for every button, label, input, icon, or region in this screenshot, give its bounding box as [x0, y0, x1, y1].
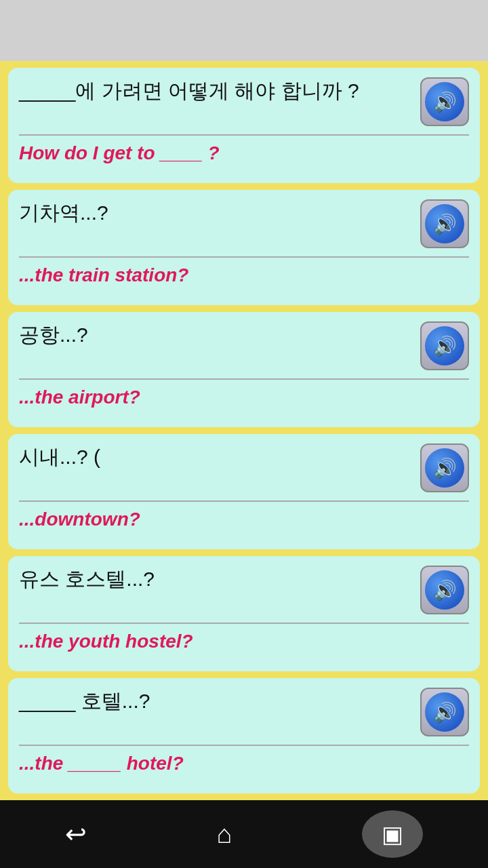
- card-item: 시내...? ( 🔊 ...downtown?: [8, 434, 480, 549]
- speaker-button[interactable]: 🔊: [420, 566, 469, 614]
- card-divider: [19, 134, 469, 136]
- card-divider: [19, 623, 469, 624]
- card-item: 기차역...? 🔊 ...the train station?: [8, 190, 480, 305]
- cards-container: _____에 가려면 어떻게 해야 합니까 ? 🔊 How do I get t…: [0, 61, 488, 800]
- card-top: _____에 가려면 어떻게 해야 합니까 ? 🔊: [19, 77, 469, 126]
- back-icon: ↩: [65, 819, 87, 849]
- toolbar: [0, 0, 488, 61]
- speaker-circle: 🔊: [425, 448, 464, 488]
- speaker-button[interactable]: 🔊: [420, 321, 469, 370]
- card-top: 공항...? 🔊: [19, 321, 469, 370]
- card-korean-text: 유스 호스텔...?: [19, 566, 420, 592]
- card-divider: [19, 500, 469, 502]
- card-item: _____ 호텔...? 🔊 ...the _____ hotel?: [8, 678, 480, 793]
- card-top: 시내...? ( 🔊: [19, 443, 469, 492]
- card-top: 기차역...? 🔊: [19, 199, 469, 248]
- speaker-icon: 🔊: [433, 213, 457, 235]
- card-divider: [19, 378, 469, 380]
- card-korean-text: 시내...? (: [19, 443, 420, 470]
- recent-button[interactable]: ▣: [362, 810, 423, 858]
- speaker-icon: 🔊: [433, 579, 457, 601]
- card-korean-text: 공항...?: [19, 321, 420, 348]
- card-item: _____에 가려면 어떻게 해야 합니까 ? 🔊 How do I get t…: [8, 68, 480, 183]
- speaker-circle: 🔊: [425, 692, 464, 732]
- card-divider: [19, 745, 469, 746]
- back-button[interactable]: ↩: [65, 819, 87, 849]
- home-button[interactable]: ⌂: [217, 820, 232, 849]
- home-icon: ⌂: [217, 820, 232, 849]
- nav-bar: ↩ ⌂ ▣: [0, 800, 488, 868]
- card-korean-text: 기차역...?: [19, 199, 420, 226]
- card-korean-text: _____ 호텔...?: [19, 688, 420, 714]
- speaker-circle: 🔊: [425, 570, 464, 610]
- card-top: _____ 호텔...? 🔊: [19, 688, 469, 736]
- card-english-text: ...the _____ hotel?: [19, 753, 469, 774]
- card-item: 공항...? 🔊 ...the airport?: [8, 312, 480, 427]
- card-english-text: ...the youth hostel?: [19, 631, 469, 652]
- speaker-button[interactable]: 🔊: [420, 199, 469, 248]
- card-english-text: How do I get to ____ ?: [19, 142, 469, 164]
- speaker-icon: 🔊: [433, 91, 457, 113]
- speaker-icon: 🔊: [433, 701, 457, 724]
- card-english-text: ...the airport?: [19, 387, 469, 408]
- recent-icon: ▣: [382, 821, 403, 848]
- card-divider: [19, 256, 469, 258]
- speaker-circle: 🔊: [425, 326, 464, 366]
- speaker-icon: 🔊: [433, 457, 457, 479]
- card-english-text: ...the train station?: [19, 264, 469, 286]
- speaker-circle: 🔊: [425, 82, 464, 121]
- card-english-text: ...downtown?: [19, 509, 469, 530]
- card-item: 유스 호스텔...? 🔊 ...the youth hostel?: [8, 556, 480, 671]
- speaker-button[interactable]: 🔊: [420, 77, 469, 126]
- speaker-button[interactable]: 🔊: [420, 688, 469, 736]
- card-top: 유스 호스텔...? 🔊: [19, 566, 469, 614]
- card-korean-text: _____에 가려면 어떻게 해야 합니까 ?: [19, 77, 420, 104]
- speaker-icon: 🔊: [433, 335, 457, 357]
- speaker-button[interactable]: 🔊: [420, 443, 469, 492]
- speaker-circle: 🔊: [425, 204, 464, 243]
